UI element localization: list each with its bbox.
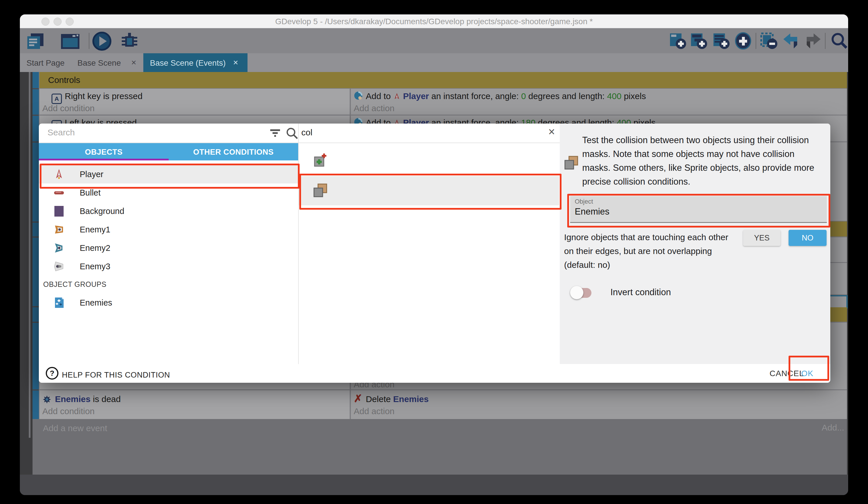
action-text: degrees and length: [526,91,607,101]
debug-icon[interactable] [120,32,140,51]
event-row-separator [32,306,39,307]
tab-label: Base Scene [78,59,121,68]
object-field-value: Enemies [575,206,610,217]
help-button[interactable]: ? HELP FOR THIS CONDITION [46,366,224,381]
tab-label: OTHER CONDITIONS [169,148,298,157]
action-text: Delete [366,394,393,404]
object-label: Enemies [80,298,112,308]
condition-search-input[interactable]: col [301,128,312,137]
cancel-button[interactable]: CANCEL [769,369,804,378]
add-condition-link[interactable]: Add condition [42,406,95,416]
explosion-icon [42,395,52,404]
condition-object: Enemies [55,394,90,404]
player-ship-icon [393,93,401,100]
object-item-enemy2[interactable]: Enemy2 [39,239,298,257]
object-item-player[interactable]: Player [39,165,298,183]
ok-button[interactable]: OK [801,369,813,378]
action-value: 400 [607,91,621,101]
event-row-separator [32,88,39,89]
object-field[interactable]: Object Enemies [570,196,827,223]
delete-event-icon[interactable] [760,32,778,50]
event-row-separator [32,236,39,238]
event3-conditions[interactable]: Enemies is dead Add condition [39,390,350,419]
ignore-edges-text: Ignore objects that are touching each ot… [564,232,728,242]
event3-actions[interactable]: ✗ Delete Enemies Add action [351,390,847,419]
event-drag-rail[interactable] [32,72,39,419]
object-item-enemy3[interactable]: Enemy3 [39,257,298,276]
add-more-link[interactable]: Add... [822,423,844,433]
project-manager-icon[interactable] [25,33,50,50]
object-groups-header: OBJECT GROUPS [43,280,106,289]
app-window: GDevelop 5 - /Users/dkarakay/Documents/G… [20,14,848,495]
enemy3-ship-icon [53,261,65,272]
keyboard-key-icon: A [52,94,62,104]
scene-editor-icon[interactable] [59,33,82,50]
tab-base-scene[interactable]: Base Scene × [73,53,142,72]
action-object: Player [403,91,429,101]
event1-actions[interactable]: Add to Player an instant force, angle: 0… [351,89,847,115]
window-bottom-band [20,475,848,495]
tab-label: Start Page [27,59,64,68]
add-comment-icon[interactable] [712,32,730,50]
action-value: 0 [521,91,526,101]
close-tab-icon[interactable]: × [233,58,238,67]
object-item-enemy1[interactable]: Enemy1 [39,220,298,239]
point-inside-icon [313,152,328,168]
group-item-enemies[interactable]: Enemies [39,293,298,312]
add-new-event-link[interactable]: Add a new event [43,423,107,433]
dialog-footer: ? HELP FOR THIS CONDITION CANCEL OK [39,364,830,383]
add-condition-link[interactable]: Add condition [42,103,95,113]
result-point-inside-object[interactable]: Point inside object Collision [299,148,559,174]
event-row-separator [32,322,39,323]
add-circle-icon[interactable] [734,32,752,50]
redo-icon[interactable] [804,32,822,50]
help-icon: ? [46,367,59,380]
undo-icon[interactable] [782,32,800,50]
event1-conditions[interactable]: ARight key is pressed Add condition [39,89,350,115]
ignore-edges-text: (default: no) [564,260,610,270]
play-icon[interactable] [92,32,111,51]
action-object: Enemies [393,394,428,404]
delete-icon: ✗ [354,393,362,405]
window-title: GDevelop 5 - /Users/dkarakay/Documents/G… [20,17,848,26]
event-row-separator [32,141,39,143]
force-icon [354,91,363,101]
action-text: an instant force, angle: [429,91,521,101]
clear-search-icon[interactable]: × [548,125,555,138]
tab-other-conditions[interactable]: OTHER CONDITIONS [169,143,298,160]
yes-button[interactable]: YES [743,230,781,246]
search-input[interactable]: Search [48,128,75,137]
result-collision[interactable]: Collision Collision [299,176,559,205]
filter-icon[interactable] [269,128,281,139]
object-item-bullet[interactable]: Bullet [39,183,298,202]
collision-icon [563,155,579,171]
close-tab-icon[interactable]: × [131,58,136,67]
object-label: Player [80,170,103,179]
tab-start-page[interactable]: Start Page [20,53,72,72]
toolbar-separator [755,33,756,49]
main-toolbar [20,28,848,53]
condition-description: Test the collision between two objects u… [582,133,824,189]
tab-objects[interactable]: OBJECTS [39,143,169,160]
toolbar-separator [89,33,90,49]
tab-label: Base Scene (Events) [150,59,226,68]
tab-label: OBJECTS [39,148,169,157]
search-events-icon[interactable] [830,32,848,50]
collision-icon [312,182,328,199]
add-event-icon[interactable] [669,32,687,50]
tab-base-scene-events[interactable]: Base Scene (Events) × [143,53,248,72]
event-row-separator [32,115,39,116]
search-icon [286,127,298,140]
no-button[interactable]: NO [788,230,827,246]
add-action-link[interactable]: Add action [354,406,395,416]
toggle-knob[interactable] [570,286,583,299]
enemies-group-icon [53,297,65,309]
player-ship-icon [53,169,65,180]
enemy1-ship-icon [53,224,65,235]
toolbar-separator [825,33,826,49]
object-item-background[interactable]: Background [39,202,298,220]
add-action-link[interactable]: Add action [354,103,395,113]
add-subevent-icon[interactable] [690,32,708,50]
sheet-left-border [29,72,31,438]
event-group-controls[interactable]: Controls [39,72,847,88]
